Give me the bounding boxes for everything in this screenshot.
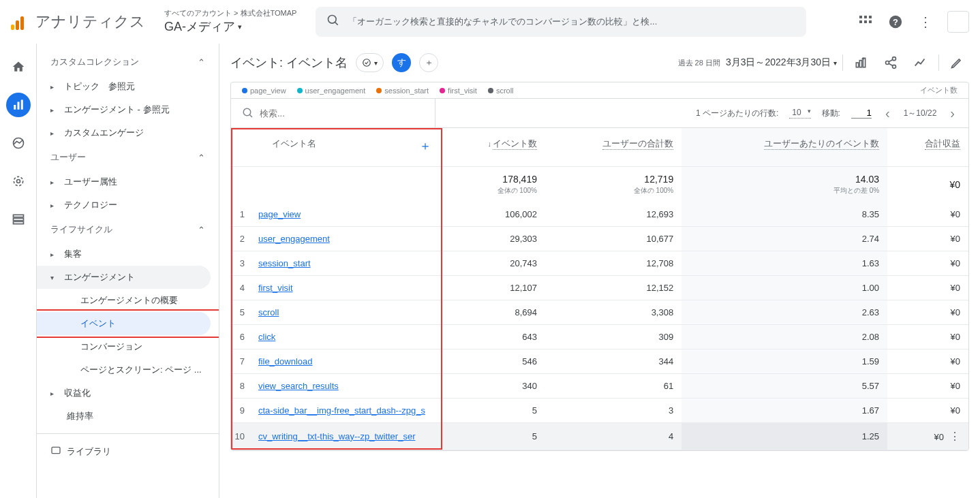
rail-explore-icon[interactable] — [6, 131, 31, 155]
table-row[interactable]: 4first_visit12,10712,1521.00¥0 — [231, 275, 968, 300]
table-row[interactable]: 8view_search_results340615.57¥0 — [231, 373, 968, 398]
event-link[interactable]: page_view — [258, 209, 301, 219]
svg-rect-3 — [864, 16, 867, 18]
event-link[interactable]: user_engagement — [258, 234, 330, 244]
event-link[interactable]: file_download — [258, 356, 313, 367]
chip-all[interactable]: す — [392, 53, 411, 72]
nav-library[interactable]: ライブラリ — [37, 439, 219, 463]
table-search-input[interactable] — [260, 108, 424, 119]
chevron-up-icon: ⌃ — [198, 153, 205, 163]
nav-custom-engage[interactable]: ▸カスタムエンゲージ — [37, 121, 219, 144]
event-link[interactable]: cv_writing__txt-this_way--zp_twitter_ser — [258, 431, 415, 441]
legend-item: first_visit — [440, 87, 477, 95]
svg-line-27 — [889, 59, 893, 61]
edit-icon[interactable] — [945, 50, 969, 75]
table-row[interactable]: 3session_start20,74312,7081.63¥0 — [231, 251, 968, 275]
event-link[interactable]: cta-side_bar__img-free_start_dash--zpg_s — [258, 405, 425, 416]
section-custom[interactable]: カスタムコレクション ⌃ — [37, 49, 219, 75]
table-search[interactable] — [231, 99, 435, 127]
table-row[interactable]: 5scroll8,6943,3082.63¥0 — [231, 300, 968, 324]
svg-text:?: ? — [893, 16, 898, 27]
chevron-down-icon: ▾ — [238, 22, 242, 31]
svg-point-26 — [893, 65, 896, 68]
date-preset-label: 過去 28 日間 — [678, 58, 720, 68]
date-range-picker[interactable]: 3月3日～2022年3月30日 ▾ — [726, 57, 837, 69]
dimension-pill[interactable]: ▾ — [356, 53, 384, 72]
add-comparison-button[interactable]: ＋ — [419, 53, 438, 72]
events-table: イベント名 ＋ ↓イベント数 ユーザーの合計数 ユーザーあたりのイベント数 合計… — [231, 128, 968, 450]
svg-rect-7 — [869, 20, 872, 23]
col-header-per-user[interactable]: ユーザーあたりのイベント数 — [682, 128, 887, 166]
search-icon — [326, 14, 340, 29]
nav-acquisition[interactable]: ▸集客 — [37, 243, 219, 266]
rows-per-page-label: 1 ページあたりの行数: — [696, 108, 778, 119]
section-lifecycle[interactable]: ライフサイクル ⌃ — [37, 217, 219, 243]
table-row[interactable]: 7file_download5463441.59¥0 — [231, 349, 968, 373]
table-row[interactable]: 2user_engagement29,30310,6772.74¥0 — [231, 226, 968, 251]
chevron-up-icon: ⌃ — [198, 225, 205, 235]
rail-configure-icon[interactable] — [6, 207, 31, 232]
col-header-events[interactable]: ↓イベント数 — [442, 128, 545, 166]
ga-logo-icon — [11, 14, 27, 30]
nav-pages-screens[interactable]: ページとスクリーン: ページ ... — [37, 358, 219, 382]
event-link[interactable]: session_start — [258, 258, 311, 268]
nav-engagement-referrer[interactable]: ▸エンゲージメント - 参照元 — [37, 98, 219, 121]
svg-rect-16 — [13, 215, 23, 217]
table-row[interactable]: 1page_view106,00212,6938.35¥0 — [231, 202, 968, 227]
help-icon[interactable]: ? — [887, 14, 904, 30]
share-icon[interactable] — [878, 50, 903, 75]
nav-monetization[interactable]: ▸収益化 — [37, 382, 219, 405]
insights-icon[interactable] — [908, 50, 933, 75]
nav-events[interactable]: イベント — [37, 312, 211, 335]
next-page-icon[interactable]: › — [947, 106, 958, 121]
svg-rect-12 — [20, 100, 22, 110]
nav-retention[interactable]: 維持率 — [37, 405, 219, 428]
more-icon[interactable]: ⋮ — [917, 14, 934, 30]
table-row[interactable]: 10cv_writing__txt-this_way--zp_twitter_s… — [231, 422, 968, 450]
event-link[interactable]: view_search_results — [258, 381, 339, 391]
property-selector[interactable]: GA-メディア ▾ — [164, 18, 296, 35]
nav-user-attributes[interactable]: ▸ユーザー属性 — [37, 170, 219, 193]
total-events: 178,419全体の 100% — [442, 166, 545, 202]
customize-icon[interactable] — [848, 50, 873, 75]
legend-metric: イベント数 — [920, 85, 958, 95]
svg-rect-23 — [863, 58, 865, 67]
svg-rect-21 — [856, 63, 858, 67]
breadcrumb[interactable]: すべてのアカウント > 株式会社TOMAP — [164, 8, 296, 18]
account-avatar[interactable] — [947, 11, 969, 33]
rail-home-icon[interactable] — [6, 55, 31, 79]
nav-topic-referrer[interactable]: ▸トピック 参照元 — [37, 75, 219, 98]
total-users: 12,719全体の 100% — [545, 166, 682, 202]
row-menu-icon[interactable]: ⋮ — [944, 431, 960, 442]
nav-engagement[interactable]: ▾エンゲージメント — [37, 266, 211, 289]
col-header-users[interactable]: ユーザーの合計数 — [545, 128, 682, 166]
legend-item: session_start — [376, 87, 429, 95]
rail-reports-icon[interactable] — [6, 93, 31, 117]
search-bar[interactable]: 「オーガニック検索と直接的なチャネルでのコンバージョン数の比較」と検... — [316, 7, 806, 37]
rows-per-page-select[interactable]: 10 — [789, 108, 810, 119]
col-header-name[interactable]: イベント名 ＋ — [231, 128, 442, 166]
event-link[interactable]: scroll — [258, 307, 279, 317]
rail-advertising-icon[interactable] — [6, 169, 31, 193]
table-row[interactable]: 6click6433092.08¥0 — [231, 324, 968, 349]
svg-point-0 — [328, 16, 337, 24]
event-link[interactable]: click — [258, 332, 275, 342]
add-dimension-icon[interactable]: ＋ — [419, 138, 431, 154]
svg-rect-5 — [859, 20, 862, 23]
nav-technology[interactable]: ▸テクノロジー — [37, 193, 219, 217]
col-header-revenue[interactable]: 合計収益 — [887, 128, 968, 166]
svg-rect-11 — [17, 102, 19, 110]
section-user[interactable]: ユーザー ⌃ — [37, 144, 219, 170]
goto-input[interactable] — [851, 108, 872, 119]
svg-line-28 — [889, 63, 893, 65]
svg-rect-17 — [13, 218, 23, 220]
event-link[interactable]: first_visit — [258, 283, 293, 293]
goto-label: 移動: — [822, 108, 840, 119]
prev-page-icon[interactable]: ‹ — [883, 106, 893, 121]
nav-engagement-overview[interactable]: エンゲージメントの概要 — [37, 289, 219, 312]
library-icon — [50, 445, 61, 458]
apps-icon[interactable] — [857, 14, 874, 30]
nav-conversions[interactable]: コンバージョン — [37, 335, 219, 358]
table-row[interactable]: 9cta-side_bar__img-free_start_dash--zpg_… — [231, 398, 968, 422]
svg-rect-10 — [14, 105, 16, 110]
